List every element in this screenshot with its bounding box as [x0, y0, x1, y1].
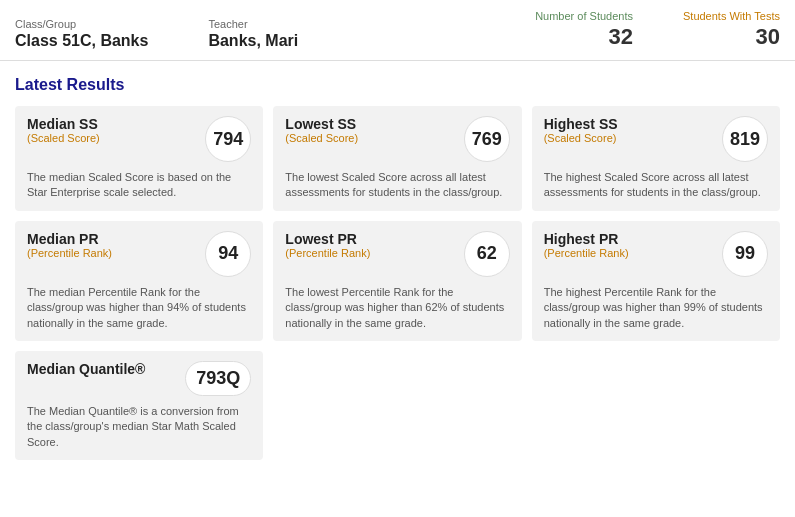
card-desc: The lowest Scaled Score across all lates… — [285, 170, 509, 201]
stat-card: Highest PR(Percentile Rank)99The highest… — [532, 221, 780, 341]
card-top: Highest PR(Percentile Rank)99 — [544, 231, 768, 277]
stat-card: Lowest SS(Scaled Score)769The lowest Sca… — [273, 106, 521, 211]
spacer-card — [532, 351, 780, 460]
card-title-group: Median Quantile® — [27, 361, 145, 377]
students-tests-label: Students With Tests — [683, 10, 780, 22]
class-value: Class 51C, Banks — [15, 32, 148, 50]
card-top: Lowest PR(Percentile Rank)62 — [285, 231, 509, 277]
stat-card: Lowest PR(Percentile Rank)62The lowest P… — [273, 221, 521, 341]
card-desc: The median Percentile Rank for the class… — [27, 285, 251, 331]
teacher-group: Teacher Banks, Mari — [208, 18, 298, 50]
card-subtitle: (Scaled Score) — [544, 132, 618, 144]
card-title: Median SS — [27, 116, 100, 132]
card-top: Lowest SS(Scaled Score)769 — [285, 116, 509, 162]
card-value: 769 — [464, 116, 510, 162]
card-title-group: Median SS(Scaled Score) — [27, 116, 100, 144]
students-tests-value: 30 — [756, 24, 780, 50]
card-top: Median Quantile®793Q — [27, 361, 251, 396]
cards-row3: Median Quantile®793QThe Median Quantile®… — [15, 351, 780, 460]
class-group: Class/Group Class 51C, Banks — [15, 18, 148, 50]
spacer-card — [273, 351, 521, 460]
card-title: Highest PR — [544, 231, 629, 247]
card-value: 794 — [205, 116, 251, 162]
card-top: Median PR(Percentile Rank)94 — [27, 231, 251, 277]
card-value: 62 — [464, 231, 510, 277]
card-value: 94 — [205, 231, 251, 277]
card-top: Median SS(Scaled Score)794 — [27, 116, 251, 162]
card-title: Lowest SS — [285, 116, 358, 132]
num-students-label: Number of Students — [535, 10, 633, 22]
section-title: Latest Results — [15, 76, 780, 94]
card-subtitle: (Percentile Rank) — [544, 247, 629, 259]
stat-card: Median Quantile®793QThe Median Quantile®… — [15, 351, 263, 460]
card-subtitle: (Percentile Rank) — [285, 247, 370, 259]
card-desc: The lowest Percentile Rank for the class… — [285, 285, 509, 331]
main-content: Latest Results Median SS(Scaled Score)79… — [0, 61, 795, 485]
stat-card: Highest SS(Scaled Score)819The highest S… — [532, 106, 780, 211]
card-value: 819 — [722, 116, 768, 162]
teacher-label: Teacher — [208, 18, 298, 30]
stat-card: Median PR(Percentile Rank)94The median P… — [15, 221, 263, 341]
card-desc: The median Scaled Score is based on the … — [27, 170, 251, 201]
card-title-group: Highest PR(Percentile Rank) — [544, 231, 629, 259]
card-title-group: Highest SS(Scaled Score) — [544, 116, 618, 144]
card-title: Lowest PR — [285, 231, 370, 247]
card-top: Highest SS(Scaled Score)819 — [544, 116, 768, 162]
card-desc: The highest Scaled Score across all late… — [544, 170, 768, 201]
card-title-group: Lowest PR(Percentile Rank) — [285, 231, 370, 259]
num-students-group: Number of Students 32 — [535, 10, 633, 50]
class-label: Class/Group — [15, 18, 148, 30]
card-subtitle: (Percentile Rank) — [27, 247, 112, 259]
students-tests-group: Students With Tests 30 — [683, 10, 780, 50]
num-students-value: 32 — [609, 24, 633, 50]
card-desc: The highest Percentile Rank for the clas… — [544, 285, 768, 331]
cards-row1: Median SS(Scaled Score)794The median Sca… — [15, 106, 780, 211]
card-title-group: Median PR(Percentile Rank) — [27, 231, 112, 259]
card-title: Highest SS — [544, 116, 618, 132]
stats-group: Number of Students 32 Students With Test… — [535, 10, 780, 50]
card-title: Median Quantile® — [27, 361, 145, 377]
card-title-group: Lowest SS(Scaled Score) — [285, 116, 358, 144]
teacher-value: Banks, Mari — [208, 32, 298, 50]
card-subtitle: (Scaled Score) — [27, 132, 100, 144]
stat-card: Median SS(Scaled Score)794The median Sca… — [15, 106, 263, 211]
cards-row2: Median PR(Percentile Rank)94The median P… — [15, 221, 780, 341]
card-subtitle: (Scaled Score) — [285, 132, 358, 144]
card-value: 793Q — [185, 361, 251, 396]
header: Class/Group Class 51C, Banks Teacher Ban… — [0, 0, 795, 61]
card-value: 99 — [722, 231, 768, 277]
card-title: Median PR — [27, 231, 112, 247]
card-desc: The Median Quantile® is a conversion fro… — [27, 404, 251, 450]
